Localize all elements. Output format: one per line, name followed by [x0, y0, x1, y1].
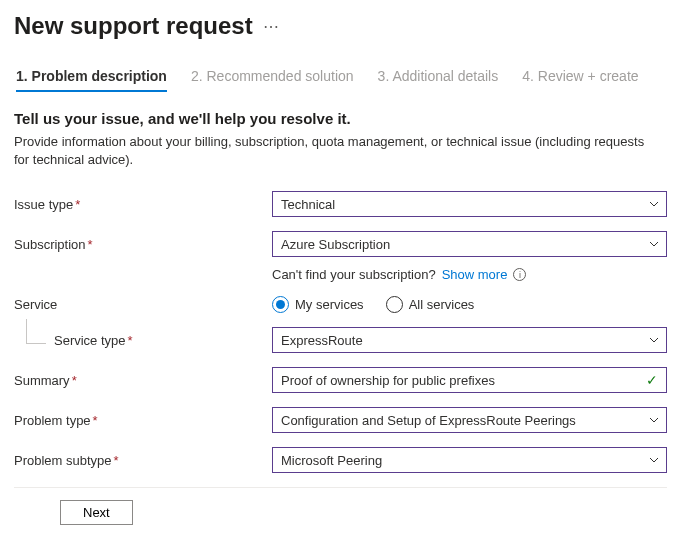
label-subscription: Subscription* — [14, 237, 272, 252]
select-value: Microsoft Peering — [281, 453, 382, 468]
required-marker: * — [72, 373, 77, 388]
footer: Next — [14, 487, 667, 525]
wizard-tabs: 1. Problem description 2. Recommended so… — [14, 68, 667, 92]
required-marker: * — [75, 197, 80, 212]
tab-review-create[interactable]: 4. Review + create — [522, 68, 638, 92]
info-icon[interactable]: i — [513, 268, 526, 281]
required-marker: * — [93, 413, 98, 428]
select-value: Configuration and Setup of ExpressRoute … — [281, 413, 576, 428]
label-problem-subtype: Problem subtype* — [14, 453, 272, 468]
row-problem-type: Problem type* Configuration and Setup of… — [14, 407, 667, 433]
row-problem-subtype: Problem subtype* Microsoft Peering — [14, 447, 667, 473]
chevron-down-icon — [648, 198, 660, 210]
select-value: ExpressRoute — [281, 333, 363, 348]
row-service: Service My services All services — [14, 296, 667, 313]
subscription-select[interactable]: Azure Subscription — [272, 231, 667, 257]
label-text: Service — [14, 297, 57, 312]
problem-subtype-select[interactable]: Microsoft Peering — [272, 447, 667, 473]
label-text: Problem type — [14, 413, 91, 428]
label-text: Problem subtype — [14, 453, 112, 468]
chevron-down-icon — [648, 414, 660, 426]
label-problem-type: Problem type* — [14, 413, 272, 428]
tab-additional-details[interactable]: 3. Additional details — [378, 68, 499, 92]
radio-my-services[interactable]: My services — [272, 296, 364, 313]
page-title: New support request — [14, 12, 253, 40]
chevron-down-icon — [648, 454, 660, 466]
radio-icon — [272, 296, 289, 313]
input-value: Proof of ownership for public prefixes — [281, 373, 495, 388]
section-description: Provide information about your billing, … — [14, 133, 654, 169]
required-marker: * — [114, 453, 119, 468]
row-service-type: Service type* ExpressRoute — [14, 327, 667, 353]
title-row: New support request ⋯ — [14, 12, 667, 40]
label-text: Summary — [14, 373, 70, 388]
label-text: Service type — [54, 333, 126, 348]
service-type-select[interactable]: ExpressRoute — [272, 327, 667, 353]
row-issue-type: Issue type* Technical — [14, 191, 667, 217]
chevron-down-icon — [648, 334, 660, 346]
label-summary: Summary* — [14, 373, 272, 388]
label-service-type: Service type* — [14, 333, 272, 348]
select-value: Azure Subscription — [281, 237, 390, 252]
problem-type-select[interactable]: Configuration and Setup of ExpressRoute … — [272, 407, 667, 433]
radio-label: All services — [409, 297, 475, 312]
next-button[interactable]: Next — [60, 500, 133, 525]
subscription-helper: Can't find your subscription? Show more … — [272, 267, 667, 282]
radio-all-services[interactable]: All services — [386, 296, 475, 313]
label-issue-type: Issue type* — [14, 197, 272, 212]
summary-input[interactable]: Proof of ownership for public prefixes ✓ — [272, 367, 667, 393]
required-marker: * — [128, 333, 133, 348]
tab-problem-description[interactable]: 1. Problem description — [16, 68, 167, 92]
section-heading: Tell us your issue, and we'll help you r… — [14, 110, 667, 127]
label-service: Service — [14, 297, 272, 312]
show-more-link[interactable]: Show more — [442, 267, 508, 282]
support-request-page: New support request ⋯ 1. Problem descrip… — [0, 0, 681, 545]
required-marker: * — [88, 237, 93, 252]
row-subscription: Subscription* Azure Subscription — [14, 231, 667, 257]
row-summary: Summary* Proof of ownership for public p… — [14, 367, 667, 393]
radio-label: My services — [295, 297, 364, 312]
check-icon: ✓ — [646, 372, 658, 388]
label-text: Issue type — [14, 197, 73, 212]
more-actions-button[interactable]: ⋯ — [263, 17, 280, 36]
helper-text: Can't find your subscription? — [272, 267, 436, 282]
radio-icon — [386, 296, 403, 313]
chevron-down-icon — [648, 238, 660, 250]
label-text: Subscription — [14, 237, 86, 252]
select-value: Technical — [281, 197, 335, 212]
tab-recommended-solution[interactable]: 2. Recommended solution — [191, 68, 354, 92]
issue-type-select[interactable]: Technical — [272, 191, 667, 217]
service-radio-group: My services All services — [272, 296, 667, 313]
